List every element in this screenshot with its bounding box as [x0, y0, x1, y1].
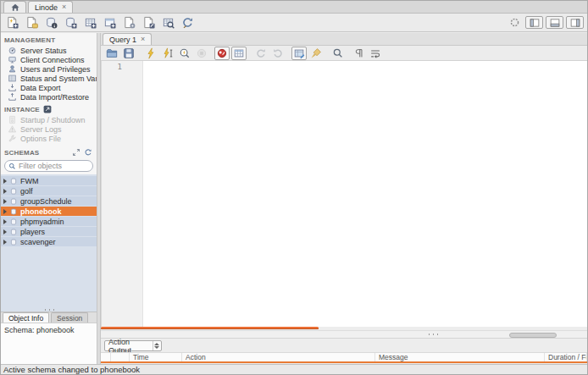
new-sql-tab-button[interactable]: [4, 15, 20, 30]
reconnect-dbms-button[interactable]: [180, 15, 196, 30]
window-tab-bar: Linode ×: [1, 1, 587, 14]
connection-tab-linode[interactable]: Linode ×: [28, 1, 73, 13]
expander-icon[interactable]: [3, 199, 7, 204]
schema-name: scavenger: [20, 238, 56, 246]
sidebar-item-label: Options File: [20, 135, 61, 143]
sidebar-item-data-import-restore[interactable]: Data Import/Restore: [1, 92, 97, 102]
schema-icon: [9, 238, 18, 246]
expander-icon[interactable]: [3, 209, 7, 214]
rollback-transaction-icon: [272, 47, 284, 59]
column-header-action[interactable]: Action: [182, 353, 375, 361]
schema-filter: [4, 160, 93, 172]
home-tab[interactable]: [3, 1, 26, 13]
expand-schemas-icon[interactable]: [72, 148, 80, 157]
expander-icon[interactable]: [3, 189, 7, 194]
splitter-grip-icon: [43, 309, 55, 311]
schema-name: FWM: [20, 177, 39, 185]
server-logs-icon: [8, 124, 17, 134]
toggle-bottom-panel-icon: [550, 18, 560, 28]
editor-hscrollbar-thumb[interactable]: [101, 327, 319, 329]
toggle-bottom-panel-button[interactable]: [546, 16, 563, 29]
stop-query-icon: [196, 47, 208, 59]
sidebar-item-label: Server Status: [20, 47, 67, 55]
execute-query-button[interactable]: [143, 47, 158, 60]
editor-toolbar: [101, 46, 587, 61]
limit-rows-button[interactable]: [231, 47, 247, 60]
toggle-stop-on-error-icon: [216, 47, 228, 59]
create-function-button[interactable]: [141, 15, 157, 30]
tab-object-info[interactable]: Object Info: [3, 312, 49, 323]
clear-query-button[interactable]: [308, 47, 324, 60]
toggle-right-sidebar-icon: [570, 18, 580, 28]
sidebar-item-label: Startup / Shutdown: [20, 116, 86, 124]
close-icon[interactable]: ×: [62, 3, 66, 11]
output-grid-selection-bar: [101, 361, 587, 363]
open-sql-script-button[interactable]: [24, 15, 40, 30]
toggle-left-sidebar-button[interactable]: [525, 16, 543, 29]
sidebar-item-users-and-privileges[interactable]: Users and Privileges: [1, 64, 97, 74]
schema-name: golf: [20, 187, 33, 196]
sidebar-item-server-status[interactable]: Server Status: [1, 46, 97, 55]
schema-filter-input[interactable]: [19, 162, 86, 170]
save-sql-button[interactable]: [121, 47, 136, 60]
client-connections-icon: [8, 55, 17, 64]
toggle-autocommit-button[interactable]: [291, 47, 307, 60]
startup-icon: [8, 115, 17, 124]
schema-item-fwm[interactable]: FWM: [1, 176, 97, 186]
toggle-right-sidebar-button[interactable]: [566, 16, 584, 29]
sidebar-item-server-logs: Server Logs: [1, 124, 97, 134]
sidebar-item-client-connections[interactable]: Client Connections: [1, 55, 97, 64]
schemas-header: SCHEMAS: [1, 143, 97, 158]
schema-item-groupschedule[interactable]: groupSchedule: [1, 196, 97, 207]
tab-session[interactable]: Session: [51, 312, 88, 323]
expander-icon[interactable]: [3, 240, 7, 245]
expander-icon[interactable]: [3, 219, 7, 224]
expander-icon[interactable]: [3, 229, 7, 234]
open-sql-file-icon: [106, 47, 118, 59]
close-icon[interactable]: ×: [141, 36, 145, 43]
rollback-transaction-button: [270, 47, 286, 60]
sql-editor-canvas[interactable]: [143, 61, 587, 327]
schema-item-players[interactable]: players: [1, 227, 97, 237]
section-header-label: INSTANCE: [4, 106, 40, 113]
search-data-button[interactable]: [160, 15, 176, 30]
create-procedure-button[interactable]: [121, 15, 137, 30]
create-table-button[interactable]: [82, 15, 98, 30]
home-icon: [10, 3, 20, 13]
schema-item-phonebook[interactable]: phonebook: [1, 207, 97, 217]
explain-plan-button[interactable]: [177, 47, 192, 60]
sidebar-item-label: Data Import/Restore: [20, 93, 89, 102]
open-sql-file-button[interactable]: [104, 47, 119, 60]
schema-item-golf[interactable]: golf: [1, 186, 97, 196]
column-header-message[interactable]: Message: [375, 353, 545, 361]
create-schema-button[interactable]: [63, 15, 79, 30]
find-in-editor-button[interactable]: [330, 47, 346, 60]
output-hscrollbar-thumb[interactable]: [509, 333, 557, 338]
toggle-word-wrap-button[interactable]: [368, 47, 383, 60]
refresh-schemas-icon[interactable]: [84, 148, 92, 157]
save-sql-icon: [123, 47, 135, 59]
schema-icon: [9, 197, 18, 206]
expander-icon[interactable]: [3, 179, 7, 184]
explain-plan-icon: [179, 47, 191, 59]
action-output-bar: Action Output: [101, 339, 587, 352]
toggle-invisible-characters-button[interactable]: [351, 47, 366, 60]
mysql-workbench-window: Linode × MANAGEMENTServer StatusClient C…: [0, 0, 588, 375]
column-header-blank-1[interactable]: [111, 353, 130, 361]
toggle-stop-on-error-button[interactable]: [214, 47, 230, 60]
column-header-time[interactable]: Time: [130, 353, 182, 361]
create-view-button[interactable]: [102, 15, 118, 30]
execute-current-statement-button[interactable]: [160, 47, 175, 60]
column-header-duration-fetch[interactable]: Duration / Fetch: [545, 353, 587, 361]
section-header-instance: INSTANCE: [1, 102, 97, 115]
splitter-grip-icon: [427, 334, 439, 335]
query-tab[interactable]: Query 1 ×: [103, 33, 152, 45]
inspect-database-button[interactable]: [43, 15, 59, 30]
schemas-header-label: SCHEMAS: [4, 149, 39, 157]
output-view-dropdown[interactable]: Action Output: [104, 340, 162, 351]
schema-item-phpmyadmin[interactable]: phpmyadmin: [1, 217, 97, 227]
column-header-blank-0[interactable]: [101, 353, 111, 361]
sidebar-item-status-and-system-variables[interactable]: Status and System Variables: [1, 74, 97, 83]
sidebar-item-data-export[interactable]: Data Export: [1, 83, 97, 92]
schema-item-scavenger[interactable]: scavenger: [1, 237, 97, 247]
